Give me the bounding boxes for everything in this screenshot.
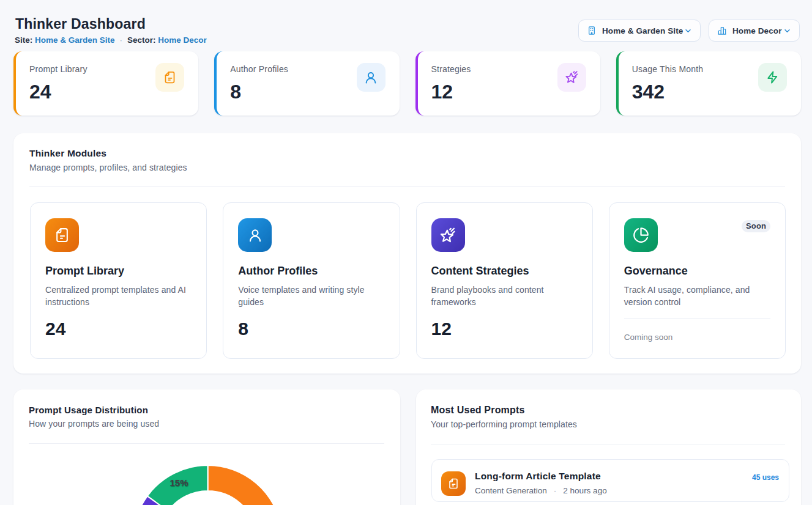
svg-text:15%: 15%	[169, 477, 188, 488]
